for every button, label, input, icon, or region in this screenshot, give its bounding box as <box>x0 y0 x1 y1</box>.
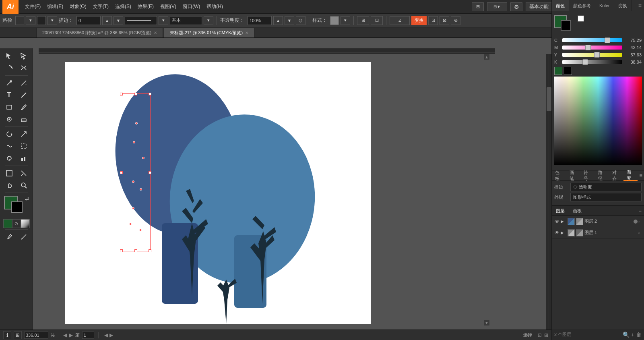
vertical-scrollbar[interactable] <box>546 54 551 330</box>
layers-panel-options[interactable]: ≡ <box>636 208 644 214</box>
kuler-tab[interactable]: Kuler <box>595 0 614 11</box>
opacity-down[interactable]: ▼ <box>285 16 294 25</box>
paths-tab[interactable]: 路径 <box>595 170 609 181</box>
stroke-up[interactable]: ▲ <box>102 16 112 25</box>
k-thumb[interactable] <box>582 59 588 65</box>
tab-1[interactable]: 未标题-21* @ 336.01% (CMYK/预览) ✕ <box>164 28 254 37</box>
opacity-more[interactable]: ◎ <box>296 16 305 25</box>
nav-next[interactable]: ▶ <box>109 332 113 338</box>
transform-icon3[interactable]: ⊛ <box>451 16 460 25</box>
rotate-view-tool[interactable] <box>2 128 17 140</box>
eyedropper-tool[interactable] <box>2 231 17 243</box>
hand-tool[interactable] <box>2 179 17 191</box>
swatches-tab[interactable]: 色板 <box>552 170 566 181</box>
menu-object[interactable]: 对象(O) <box>66 2 89 12</box>
select-tool[interactable] <box>2 50 17 62</box>
type-tool[interactable]: T <box>2 89 17 101</box>
stroke-type-box[interactable] <box>125 16 157 25</box>
tab-0[interactable]: 20087301724588860 [转换].ai* @ 386.65% (RG… <box>36 28 163 37</box>
stroke-size-box[interactable]: 0 <box>76 16 101 25</box>
scale-tool[interactable] <box>17 128 31 140</box>
menu-edit[interactable]: 编辑(E) <box>44 2 66 12</box>
fill-indicator[interactable] <box>3 219 12 228</box>
fill-swatch[interactable] <box>15 16 24 25</box>
symbols-tab[interactable]: 符号 <box>580 170 595 181</box>
scroll-bottom-btn[interactable]: ▼ <box>484 320 489 325</box>
bottom-icon-1[interactable]: ⊡ <box>538 332 542 338</box>
stroke-arrow[interactable]: ▾ <box>47 16 57 25</box>
nav-prev[interactable]: ◀ <box>104 332 108 338</box>
layer-1-lock[interactable]: ○ <box>638 230 642 235</box>
rectangle-tool[interactable] <box>2 101 17 113</box>
info-icon[interactable]: ℹ <box>3 331 11 339</box>
menu-view[interactable]: 视图(V) <box>157 2 180 12</box>
rotate-tool[interactable] <box>2 62 17 74</box>
artboard-tab[interactable]: 画板 <box>569 205 586 216</box>
transform-more[interactable]: ⊡ <box>428 16 438 25</box>
stroke-preset-arrow[interactable]: ▾ <box>204 16 213 25</box>
y-thumb[interactable] <box>594 52 600 58</box>
transform-tab[interactable]: 变换 <box>614 0 632 11</box>
bottom-icon-2[interactable]: ⊞ <box>544 332 548 338</box>
measure-tool[interactable] <box>17 231 31 243</box>
white-swatch[interactable] <box>578 15 584 22</box>
pencil-tool[interactable] <box>17 101 31 113</box>
arrange2-btn[interactable]: ⊟▼ <box>487 2 507 11</box>
layer-row-1[interactable]: 👁 ▶ 图层 1 ○ <box>552 227 644 238</box>
opacity-up[interactable]: ▲ <box>273 16 283 25</box>
bg-color-swatch[interactable] <box>561 20 571 31</box>
tab-close-0[interactable]: ✕ <box>154 31 157 35</box>
arrange2-icon[interactable]: ⊡ <box>371 16 383 25</box>
direct-select-tool[interactable] <box>17 50 31 62</box>
align-tab[interactable]: 对齐 <box>609 170 623 181</box>
menu-text[interactable]: 文字(T) <box>90 2 112 12</box>
brushes-tab[interactable]: 画笔 <box>566 170 581 181</box>
m-bar[interactable] <box>562 46 622 50</box>
layer-1-expand[interactable]: ▶ <box>561 230 566 235</box>
layer-2-expand[interactable]: ▶ <box>561 219 566 224</box>
k-bar[interactable] <box>562 60 622 64</box>
background-color[interactable] <box>11 201 23 213</box>
blob-brush-tool[interactable] <box>2 113 17 125</box>
arrange-icon[interactable]: ⊞ <box>357 16 369 25</box>
line-tool[interactable] <box>17 89 31 101</box>
vscroll-thumb[interactable] <box>547 87 551 111</box>
tab-close-1[interactable]: ✕ <box>245 31 248 35</box>
layer-row-2[interactable]: 👁 ▶ 图层 2 ○ <box>552 216 644 227</box>
warp-tool[interactable] <box>2 140 17 152</box>
opacity-box[interactable]: 100% <box>248 16 272 25</box>
stroke-down[interactable]: ▼ <box>114 16 123 25</box>
delete-layer-icon[interactable]: 🗑 <box>636 332 642 338</box>
artboard-tool[interactable] <box>2 167 17 179</box>
slice-tool[interactable] <box>17 167 31 179</box>
eraser-tool[interactable] <box>17 113 31 125</box>
layer-2-visibility[interactable]: 👁 <box>553 218 561 225</box>
add-anchor-tool[interactable]: + <box>17 77 31 89</box>
workspace-dropdown[interactable]: 基本功能 <box>526 2 552 11</box>
menu-select[interactable]: 选择(S) <box>112 2 134 12</box>
grid-icon[interactable]: ⊞ <box>14 331 22 339</box>
icon-btn2[interactable]: ⚙ <box>510 2 522 11</box>
y-bar[interactable] <box>562 53 622 57</box>
menu-effect[interactable]: 效果(E) <box>134 2 157 12</box>
small-fg-swatch[interactable] <box>554 67 562 75</box>
small-bg-swatch[interactable] <box>564 67 572 75</box>
stroke-preset[interactable]: 基本 <box>170 16 202 25</box>
perspective-icon[interactable]: ⊿ <box>390 16 410 25</box>
m-thumb[interactable] <box>585 45 591 50</box>
color-ref-tab[interactable]: 颜色参考 <box>569 0 595 11</box>
fill-arrow[interactable]: ▾ <box>26 16 35 25</box>
style-swatch[interactable] <box>330 16 339 25</box>
layer-1-visibility[interactable]: 👁 <box>553 229 561 236</box>
appearance-ap-value[interactable]: 图形样式 <box>570 193 642 201</box>
swap-colors[interactable]: ⇄ <box>25 196 29 201</box>
lower-panel-options[interactable]: ≡ <box>638 170 644 180</box>
gradient-indicator[interactable] <box>21 219 30 228</box>
stroke-style-arrow[interactable]: ▾ <box>159 16 168 25</box>
none-indicator[interactable]: ∅ <box>12 219 21 228</box>
symbol-spray-tool[interactable] <box>2 152 17 164</box>
graph-tool[interactable] <box>17 152 31 164</box>
menu-help[interactable]: 帮助(H) <box>203 2 226 12</box>
reflect-tool[interactable] <box>17 62 31 74</box>
pen-tool[interactable] <box>2 77 17 89</box>
